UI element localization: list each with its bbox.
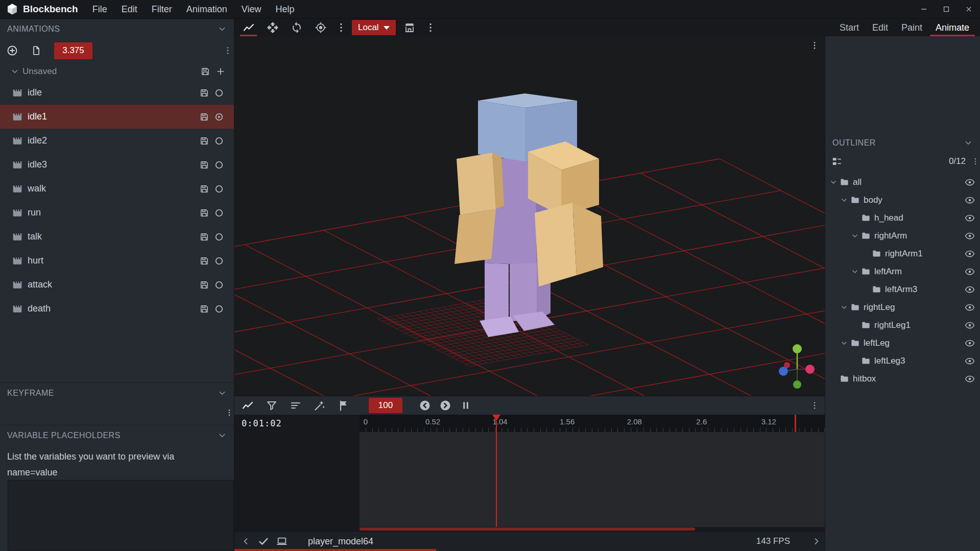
visibility-toggle-icon[interactable] xyxy=(965,284,975,295)
sort-keyframes[interactable] xyxy=(283,396,307,415)
visibility-toggle-icon[interactable] xyxy=(965,356,975,366)
hierarchy-view-icon[interactable] xyxy=(831,156,843,167)
animation-item-idle1[interactable]: idle1 xyxy=(0,105,234,129)
animation-length-input[interactable]: 3.375 xyxy=(54,42,92,59)
animations-panel-header[interactable]: ANIMATIONS xyxy=(0,19,234,39)
animation-item-idle3[interactable]: idle3 xyxy=(0,153,234,177)
visibility-toggle-icon[interactable] xyxy=(965,267,975,277)
save-animation-icon[interactable] xyxy=(199,184,209,194)
chevron-down-icon[interactable] xyxy=(964,138,973,148)
play-animation-icon[interactable] xyxy=(214,256,224,266)
auto-keyframe[interactable] xyxy=(307,396,331,415)
visibility-toggle-icon[interactable] xyxy=(965,177,975,187)
save-animation-icon[interactable] xyxy=(199,88,209,98)
collapse-icon[interactable] xyxy=(851,232,859,240)
outliner-node-all[interactable]: all xyxy=(825,173,980,191)
save-animation-icon[interactable] xyxy=(199,304,209,314)
animation-item-walk[interactable]: walk xyxy=(0,177,234,201)
timeline-scrollbar[interactable] xyxy=(360,528,695,531)
visibility-toggle-icon[interactable] xyxy=(965,195,975,205)
viewport-3d[interactable] xyxy=(234,36,825,396)
outliner-menu-icon[interactable] xyxy=(971,157,980,166)
menu-animation[interactable]: Animation xyxy=(179,0,234,18)
play-animation-icon[interactable] xyxy=(214,112,224,122)
jump-backward-button[interactable] xyxy=(415,396,435,415)
filter-channels[interactable] xyxy=(259,396,283,415)
save-animation-icon[interactable] xyxy=(199,208,209,218)
keyframe-panel-header[interactable]: KEYFRAME xyxy=(0,382,234,403)
timeline-body[interactable] xyxy=(234,432,825,527)
add-animation-icon[interactable] xyxy=(6,44,18,57)
outliner-node-hitbox[interactable]: hitbox xyxy=(825,370,980,388)
mode-tab-paint[interactable]: Paint xyxy=(895,19,929,36)
save-group-icon[interactable] xyxy=(200,66,210,77)
play-animation-icon[interactable] xyxy=(214,232,224,242)
animation-item-talk[interactable]: talk xyxy=(0,225,234,249)
chevron-left-icon[interactable] xyxy=(241,536,251,546)
save-animation-icon[interactable] xyxy=(199,256,209,266)
mode-tab-start[interactable]: Start xyxy=(833,19,866,36)
animation-item-hurt[interactable]: hurt xyxy=(0,249,234,273)
tool-options-menu[interactable] xyxy=(332,19,350,36)
outliner-node-h_head[interactable]: h_head xyxy=(825,209,980,227)
collapse-icon[interactable] xyxy=(829,178,838,186)
display-mode[interactable] xyxy=(398,19,422,36)
visibility-toggle-icon[interactable] xyxy=(965,338,975,348)
keyframe-space-select[interactable]: Local xyxy=(352,20,396,35)
menu-help[interactable]: Help xyxy=(269,0,302,18)
save-animation-icon[interactable] xyxy=(199,280,209,290)
play-animation-icon[interactable] xyxy=(214,88,224,98)
save-animation-icon[interactable] xyxy=(199,136,209,146)
chevron-right-icon[interactable] xyxy=(811,536,822,546)
menu-edit[interactable]: Edit xyxy=(114,0,145,18)
play-animation-icon[interactable] xyxy=(214,280,224,290)
outliner-node-leftLeg[interactable]: leftLeg xyxy=(825,334,980,352)
playhead-line[interactable] xyxy=(496,421,497,527)
keyframe-menu-icon[interactable] xyxy=(225,408,234,417)
chevron-down-icon[interactable] xyxy=(218,431,227,440)
menu-file[interactable]: File xyxy=(85,0,114,18)
outliner-node-leftArm3[interactable]: leftArm3 xyxy=(825,280,980,298)
play-animation-icon[interactable] xyxy=(214,208,224,218)
import-animation-icon[interactable] xyxy=(31,45,42,56)
minimize-button[interactable] xyxy=(913,0,935,18)
outliner-node-body[interactable]: body xyxy=(825,191,980,209)
outliner-node-rightLeg[interactable]: rightLeg xyxy=(825,298,980,316)
toolbar-menu[interactable] xyxy=(422,19,439,36)
collapse-icon[interactable] xyxy=(840,339,848,347)
collapse-icon[interactable] xyxy=(851,268,859,276)
play-animation-icon[interactable] xyxy=(214,136,224,146)
outliner-node-leftArm[interactable]: leftArm xyxy=(825,262,980,280)
timeline-menu-icon[interactable] xyxy=(809,400,820,411)
pivot-tool[interactable] xyxy=(308,19,332,36)
visibility-toggle-icon[interactable] xyxy=(965,249,975,259)
jump-forward-button[interactable] xyxy=(435,396,456,415)
playback-speed-input[interactable]: 100 xyxy=(369,398,402,413)
animation-group-unsaved[interactable]: Unsaved xyxy=(0,62,234,81)
animations-menu-icon[interactable] xyxy=(223,45,233,56)
collapse-icon[interactable] xyxy=(840,303,848,312)
visibility-toggle-icon[interactable] xyxy=(965,374,975,384)
animation-item-death[interactable]: death xyxy=(0,297,234,321)
play-animation-icon[interactable] xyxy=(214,184,224,194)
animation-item-idle2[interactable]: idle2 xyxy=(0,129,234,153)
variable-placeholders-input[interactable] xyxy=(8,480,234,551)
menu-view[interactable]: View xyxy=(234,0,269,18)
visibility-toggle-icon[interactable] xyxy=(965,213,975,223)
outliner-panel-header[interactable]: OUTLINER xyxy=(825,133,980,153)
timeline-scroll-track[interactable] xyxy=(234,527,825,531)
mode-tab-edit[interactable]: Edit xyxy=(866,19,895,36)
visibility-toggle-icon[interactable] xyxy=(965,231,975,241)
pause-button[interactable] xyxy=(456,396,476,415)
timeline-ruler[interactable]: 00.521.041.562.082.63.12 xyxy=(360,415,825,432)
rotate-tool[interactable] xyxy=(284,19,308,36)
chevron-down-icon[interactable] xyxy=(218,389,227,398)
animation-item-run[interactable]: run xyxy=(0,201,234,225)
visibility-toggle-icon[interactable] xyxy=(965,320,975,330)
add-to-group-icon[interactable] xyxy=(216,66,226,77)
move-tool[interactable] xyxy=(260,19,284,36)
graph-editor[interactable] xyxy=(235,396,259,415)
markers[interactable] xyxy=(331,396,355,415)
variable-placeholders-panel-header[interactable]: VARIABLE PLACEHOLDERS xyxy=(0,425,234,445)
save-animation-icon[interactable] xyxy=(199,160,209,170)
